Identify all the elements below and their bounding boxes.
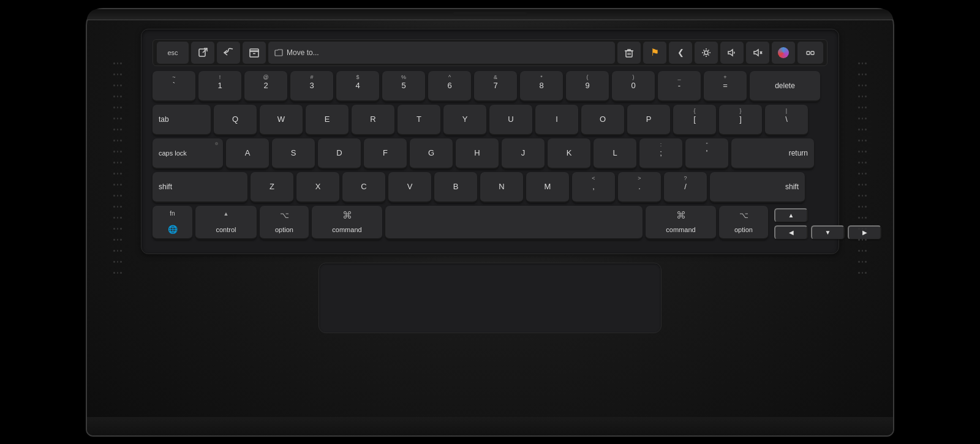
tb-flag-button[interactable]: ⚑ [643, 42, 666, 64]
key-close-bracket[interactable]: } ] [719, 105, 762, 135]
tb-volume-down-button[interactable] [720, 42, 744, 64]
key-z[interactable]: Z [251, 172, 293, 203]
control-strip-icon [805, 48, 815, 58]
key-period[interactable]: > . [618, 172, 661, 203]
brightness-icon [701, 48, 711, 58]
left-option-label: option [275, 226, 293, 233]
key-t[interactable]: T [398, 105, 440, 135]
key-minus[interactable]: _ - [658, 71, 701, 102]
tb-compose-button[interactable] [191, 42, 214, 64]
key-6[interactable]: ^ 6 [428, 71, 471, 102]
key-left-command[interactable]: ⌘ command [312, 206, 382, 239]
key-y[interactable]: Y [443, 105, 486, 135]
key-backtick[interactable]: ~ ` [153, 71, 195, 102]
key-esc[interactable]: esc [157, 42, 189, 64]
key-m[interactable]: M [526, 172, 569, 203]
tab-label: tab [159, 115, 169, 124]
key-comma[interactable]: < , [572, 172, 615, 203]
key-o[interactable]: O [581, 105, 624, 135]
key-5[interactable]: % 5 [382, 71, 425, 102]
tb-trash-button[interactable] [617, 42, 641, 64]
key-c[interactable]: C [342, 172, 385, 203]
key-8[interactable]: * 8 [520, 71, 563, 102]
key-quote[interactable]: " ' [685, 138, 728, 169]
key-semicolon[interactable]: : ; [639, 138, 682, 169]
z-row: shift Z X C V B N M < , > . ? / shift [153, 172, 827, 203]
key-q[interactable]: Q [214, 105, 257, 135]
key-k[interactable]: K [548, 138, 590, 169]
key-return[interactable]: return [731, 138, 814, 169]
key-i[interactable]: I [535, 105, 578, 135]
laptop-body: esc [86, 8, 894, 437]
key-right-shift[interactable]: shift [710, 172, 805, 203]
key-tab[interactable]: tab [153, 105, 211, 135]
key-spacebar[interactable] [385, 206, 643, 239]
key-0[interactable]: ) 0 [612, 71, 655, 102]
tb-right-group-button[interactable] [797, 42, 823, 64]
key-j[interactable]: J [502, 138, 545, 169]
a-row: caps lock A S D F G H J K L : ; " ' retu… [153, 138, 827, 169]
svg-rect-0 [199, 49, 205, 56]
key-left-shift[interactable]: shift [153, 172, 247, 203]
tb-mute-button[interactable] [746, 42, 769, 64]
key-3[interactable]: # 3 [290, 71, 333, 102]
key-1[interactable]: ! 1 [198, 71, 241, 102]
key-control[interactable]: ▲ control [195, 206, 257, 239]
key-open-bracket[interactable]: { [ [673, 105, 716, 135]
key-2[interactable]: @ 2 [244, 71, 287, 102]
compose-icon [198, 48, 208, 58]
key-b[interactable]: B [434, 172, 477, 203]
trash-icon [624, 48, 634, 58]
key-e[interactable]: E [306, 105, 349, 135]
right-option-label: option [734, 226, 753, 233]
right-shift-label: shift [785, 182, 799, 191]
number-row: ~ ` ! 1 @ 2 # 3 $ 4 % 5 [153, 71, 827, 102]
key-delete[interactable]: tab delete [750, 71, 820, 102]
key-x[interactable]: X [296, 172, 339, 203]
key-arrow-down[interactable]: ▼ [811, 225, 845, 239]
tb-moveto-button[interactable]: Move to... [268, 42, 615, 64]
key-4[interactable]: $ 4 [336, 71, 379, 102]
svg-rect-2 [250, 49, 258, 51]
key-equals[interactable]: + = [704, 71, 747, 102]
key-fn[interactable]: fn 🌐 [153, 206, 192, 239]
key-caps-lock[interactable]: caps lock [153, 138, 223, 169]
key-s[interactable]: S [272, 138, 315, 169]
key-n[interactable]: N [480, 172, 523, 203]
key-f[interactable]: F [364, 138, 407, 169]
key-right-command[interactable]: ⌘ command [646, 206, 716, 239]
key-slash[interactable]: ? / [664, 172, 707, 203]
key-l[interactable]: L [594, 138, 636, 169]
moveto-label: Move to... [287, 48, 319, 57]
key-arrow-left[interactable]: ◀ [774, 225, 808, 239]
screen-hinge [87, 9, 893, 20]
bottom-row: fn 🌐 ▲ control ⌥ option ⌘ command [153, 206, 827, 239]
key-d[interactable]: D [318, 138, 361, 169]
svg-point-5 [704, 51, 708, 55]
tb-siri-button[interactable] [772, 42, 795, 64]
key-g[interactable]: G [410, 138, 453, 169]
key-9[interactable]: ( 9 [566, 71, 609, 102]
tb-reply-button[interactable] [217, 42, 240, 64]
key-7[interactable]: & 7 [474, 71, 517, 102]
tb-brightness-button[interactable] [695, 42, 718, 64]
key-arrow-up[interactable]: ▲ [774, 208, 808, 222]
key-left-option[interactable]: ⌥ option [260, 206, 309, 239]
trackpad[interactable] [318, 263, 662, 333]
control-up-arrow: ▲ [224, 211, 229, 217]
key-r[interactable]: R [352, 105, 394, 135]
tb-back-button[interactable]: ❮ [669, 42, 692, 64]
fn-label: fn [170, 210, 175, 217]
key-p[interactable]: P [627, 105, 670, 135]
key-v[interactable]: V [388, 172, 431, 203]
tb-archive-button[interactable] [243, 42, 266, 64]
keyboard: esc [141, 29, 839, 254]
caps-lock-label: caps lock [159, 149, 187, 157]
key-h[interactable]: H [456, 138, 499, 169]
key-u[interactable]: U [489, 105, 532, 135]
key-w[interactable]: W [260, 105, 303, 135]
key-backslash[interactable]: | \ [765, 105, 808, 135]
key-a[interactable]: A [226, 138, 269, 169]
right-command-label: command [666, 226, 695, 233]
key-right-option[interactable]: ⌥ option [719, 206, 768, 239]
